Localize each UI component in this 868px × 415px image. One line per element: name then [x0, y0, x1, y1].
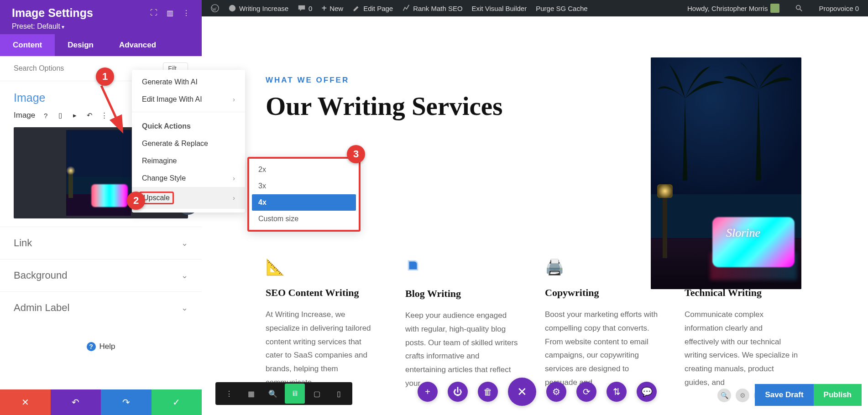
chevron-right-icon: › [233, 96, 235, 103]
upscale-4x[interactable]: 4x [252, 194, 356, 211]
accordion-admin-label[interactable]: Admin Label ⌄ [0, 291, 202, 324]
chevron-right-icon: › [233, 175, 235, 182]
upscale-custom[interactable]: Custom size [252, 211, 356, 227]
menu-generate-ai[interactable]: Generate With AI [132, 73, 245, 91]
desktop-view[interactable]: 🖥 [285, 384, 305, 404]
accordion-background[interactable]: Background ⌄ [0, 259, 202, 291]
upscale-3x[interactable]: 3x [252, 178, 356, 194]
sort-button[interactable]: ⇅ [607, 382, 627, 402]
discard-button[interactable]: ✕ [0, 389, 51, 415]
panel-title: Image Settings [12, 6, 93, 20]
cursor-icon[interactable]: ▸ [71, 111, 79, 119]
site-name[interactable]: Writing Increase [224, 4, 293, 12]
history-button[interactable]: ⟳ [576, 382, 596, 402]
more-icon[interactable]: ⋮ [183, 9, 190, 17]
tab-content[interactable]: Content [0, 34, 55, 56]
annotation-arrow [96, 82, 128, 137]
upscale-2x[interactable]: 2x [252, 161, 356, 178]
delete-button[interactable]: 🗑 [478, 382, 498, 402]
svg-point-1 [229, 5, 235, 11]
mini-search-icon[interactable]: 🔍 [717, 389, 731, 402]
add-button[interactable]: + [418, 382, 438, 402]
menu-edit-ai[interactable]: Edit Image With AI› [132, 91, 245, 108]
new-content[interactable]: +New [317, 3, 348, 14]
power-button[interactable]: ⏻ [448, 382, 468, 402]
menu-generate-replace[interactable]: Generate & Replace [132, 135, 245, 152]
service-body: Boost your marketing efforts with compel… [545, 308, 659, 389]
tablet-view[interactable]: ▢ [307, 384, 327, 404]
sidebar-footer: ✕ ↶ ↷ ✓ [0, 389, 202, 415]
service-body: At Writing Increase, we specialize in de… [266, 308, 380, 389]
mini-gear-icon[interactable]: ⚙ [736, 389, 749, 402]
printer-icon: 🖨️ [545, 258, 659, 276]
phone-icon[interactable]: ▯ [56, 111, 64, 119]
svg-line-3 [101, 86, 121, 130]
search-icon[interactable] [790, 4, 808, 12]
service-item: 🖨️ Copywriting Boost your marketing effo… [545, 258, 659, 390]
chevron-down-icon: ⌄ [181, 303, 188, 313]
service-title: Blog Writing [405, 288, 519, 300]
user-greeting[interactable]: Howdy, Christopher Morris [683, 4, 784, 13]
publish-bar: Save Draft Publish [755, 384, 862, 406]
zoom-icon[interactable]: 🔍 [263, 384, 283, 404]
annotation-2: 2 [127, 192, 145, 210]
preset-selector[interactable]: Preset: Default [12, 22, 190, 31]
menu-upscale[interactable]: Upscale› [132, 187, 245, 209]
palm-trees [655, 62, 792, 181]
upscale-submenu: 2x 3x 4x Custom size [247, 157, 361, 232]
mobile-view[interactable]: ▯ [329, 384, 349, 404]
service-title: SEO Content Writing [266, 287, 380, 299]
wp-admin-bar: Writing Increase 0 +New Edit Page Rank M… [202, 0, 868, 16]
exit-builder-link[interactable]: Exit Visual Builder [467, 5, 532, 12]
blog-icon [405, 258, 519, 277]
expand-icon[interactable]: ⛶ [150, 9, 157, 17]
svg-point-2 [796, 5, 800, 10]
menu-change-style[interactable]: Change Style› [132, 170, 245, 187]
annotation-3: 3 [347, 145, 365, 163]
settings-button[interactable]: ⚙ [546, 382, 566, 402]
undo-icon[interactable]: ↶ [85, 111, 94, 119]
question-icon: ? [87, 342, 96, 351]
hero-image[interactable]: Slorine [651, 57, 801, 289]
save-button[interactable]: ✓ [152, 389, 202, 415]
ai-context-menu: Generate With AI Edit Image With AI› Qui… [132, 70, 245, 213]
publish-button[interactable]: Publish [814, 384, 862, 406]
tab-design[interactable]: Design [55, 34, 106, 56]
save-draft-button[interactable]: Save Draft [755, 384, 813, 406]
chevron-down-icon: ⌄ [181, 270, 188, 280]
service-body: Communicate complex information clearly … [685, 308, 799, 389]
menu-reimagine[interactable]: Reimagine [132, 152, 245, 170]
propovoice-link[interactable]: Propovoice 0 [814, 5, 863, 12]
avatar [770, 4, 779, 13]
service-item: 📐 SEO Content Writing At Writing Increas… [266, 258, 380, 390]
purge-cache-link[interactable]: Purge SG Cache [531, 5, 592, 12]
service-title: Copywriting [545, 287, 659, 299]
redo-button[interactable]: ↷ [101, 389, 152, 415]
help-icon[interactable]: ? [42, 112, 50, 119]
comments-link[interactable]: 0 [293, 4, 317, 12]
annotation-1: 1 [96, 67, 114, 86]
menu-quick-actions-header: Quick Actions [132, 116, 245, 135]
image-field-label: Image [14, 111, 35, 120]
device-toolbar: ⋮ ▦ 🔍 🖥 ▢ ▯ [215, 382, 352, 405]
wireframe-icon[interactable]: ▦ [241, 384, 261, 404]
ruler-pencil-icon: 📐 [266, 258, 380, 276]
search-options[interactable]: Search Options [14, 64, 64, 73]
close-builder-button[interactable]: ✕ [508, 378, 536, 406]
accordion-link[interactable]: Link ⌄ [0, 227, 202, 259]
tab-advanced[interactable]: Advanced [106, 34, 169, 56]
wp-logo[interactable] [206, 4, 224, 12]
hero-sign: Slorine [726, 226, 760, 240]
chevron-down-icon: ⌄ [181, 238, 188, 248]
undo-button[interactable]: ↶ [51, 389, 101, 415]
settings-tabs: Content Design Advanced [0, 34, 202, 56]
builder-actions: + ⏻ 🗑 ✕ ⚙ ⟳ ⇅ 💬 [418, 378, 657, 406]
service-item: Blog Writing Keep your audience engaged … [405, 258, 519, 390]
chevron-right-icon: › [233, 194, 235, 202]
columns-icon[interactable]: ▥ [167, 9, 173, 17]
edit-page-link[interactable]: Edit Page [348, 4, 397, 12]
more-vertical-icon[interactable]: ⋮ [219, 384, 239, 404]
rank-math-link[interactable]: Rank Math SEO [397, 4, 467, 12]
help-link[interactable]: ? Help [0, 324, 202, 369]
chat-button[interactable]: 💬 [637, 382, 657, 402]
